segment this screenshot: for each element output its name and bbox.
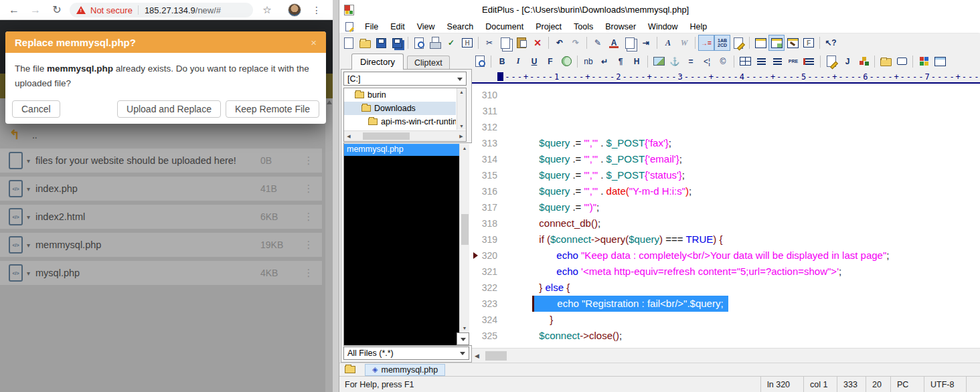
script-icon[interactable]	[824, 54, 839, 69]
chevron-down-icon[interactable]	[461, 338, 466, 341]
file-filter-select[interactable]: All Files (*.*)	[343, 347, 469, 360]
save-icon[interactable]	[374, 35, 388, 50]
chevron-down-icon[interactable]	[460, 352, 465, 355]
code-line[interactable]: 323 echo $footer;	[472, 296, 980, 312]
italic-icon[interactable]: I	[511, 54, 525, 69]
bold-icon[interactable]: B	[495, 54, 509, 69]
redacted-combo[interactable]	[344, 332, 457, 345]
tree-item-burin[interactable]: burin	[344, 88, 456, 102]
code-line[interactable]: 319 } else {	[472, 231, 980, 248]
not-secure-label[interactable]: Not secure	[90, 5, 133, 15]
redacted-combo-button[interactable]	[457, 332, 469, 345]
underline-icon[interactable]: U	[527, 54, 542, 69]
code-line[interactable]: 310 $query .= "','" . $_POST{'fax'};	[472, 87, 980, 103]
scroll-up-icon[interactable]: ▲	[457, 90, 466, 94]
copy-html-icon[interactable]	[623, 35, 637, 50]
paste-icon[interactable]	[514, 35, 529, 50]
kebab-menu-icon[interactable]: ⋮	[295, 211, 322, 223]
heading-icon[interactable]: H	[629, 54, 644, 69]
kebab-menu-icon[interactable]: ⋮	[295, 239, 322, 251]
code-line[interactable]: 321 }	[472, 264, 980, 280]
menu-edit[interactable]: Edit	[384, 22, 411, 31]
line-numbers-icon[interactable]: 1AB 2CD	[715, 35, 730, 50]
align-right-icon[interactable]	[770, 54, 785, 69]
cut-icon[interactable]: ✂	[482, 35, 497, 50]
code-line[interactable]: 316 if ($connect->query($query) === TRUE…	[472, 183, 980, 199]
frame-icon[interactable]	[932, 54, 947, 69]
url-host[interactable]: 185.27.134.9	[145, 5, 195, 15]
not-secure-warning-icon[interactable]	[76, 6, 86, 14]
objects-icon[interactable]	[856, 54, 871, 69]
drive-select[interactable]: [C:]	[343, 72, 467, 86]
span-tag-icon[interactable]	[894, 54, 909, 69]
table-icon[interactable]	[738, 54, 752, 69]
folder-tag-icon[interactable]	[878, 54, 893, 69]
word-wrap-icon[interactable]: W	[677, 35, 691, 50]
line-break-icon[interactable]: ↵	[597, 54, 612, 69]
code-editor[interactable]: 310 $query .= "','" . $_POST{'fax'}; 311…	[472, 84, 980, 348]
code-line[interactable]: 324 exit;	[472, 312, 980, 328]
function-list-icon[interactable]: F	[803, 38, 814, 47]
menu-help[interactable]: Help	[684, 22, 714, 31]
menu-tools[interactable]: Tools	[568, 22, 599, 31]
list-icon[interactable]	[802, 54, 817, 69]
print-preview-icon[interactable]	[412, 35, 426, 50]
profile-avatar[interactable]	[288, 3, 301, 17]
pre-icon[interactable]: PRE	[786, 54, 801, 69]
document-list-window-icon[interactable]	[753, 35, 768, 50]
kebab-menu-icon[interactable]: ⋮	[295, 155, 322, 167]
address-bar[interactable]: Not secure 185.27.134.9/new/#	[70, 3, 253, 17]
forward-icon[interactable]: →	[28, 3, 43, 17]
image-icon[interactable]	[651, 54, 666, 69]
font-tag-icon[interactable]: F	[543, 54, 558, 69]
chevron-down-icon[interactable]: ▾	[27, 157, 30, 165]
browser-menu-icon[interactable]: ⋮	[309, 3, 324, 17]
file-name[interactable]: index2.html	[35, 211, 258, 222]
text-color-icon[interactable]: A	[606, 35, 621, 50]
kebab-menu-icon[interactable]: ⋮	[295, 183, 322, 195]
chevron-down-icon[interactable]: ▾	[27, 270, 30, 277]
scroll-down-icon[interactable]: ▼	[460, 326, 469, 330]
chevron-down-icon[interactable]: ▾	[27, 213, 30, 221]
tab-directory[interactable]: Directory	[351, 54, 404, 70]
highlight-colors-icon[interactable]	[916, 54, 931, 69]
scroll-left-icon[interactable]: ◀	[346, 134, 351, 139]
tree-item-label[interactable]: Downloads	[374, 104, 416, 113]
scrollbar-thumb[interactable]	[363, 132, 410, 140]
print-icon[interactable]	[428, 35, 442, 50]
charset-icon[interactable]	[559, 54, 574, 69]
menu-document[interactable]: Document	[479, 22, 529, 31]
scroll-left-icon[interactable]: ◀	[475, 353, 479, 359]
open-icon[interactable]	[357, 35, 372, 50]
file-name[interactable]: index.php	[35, 183, 258, 194]
code-line[interactable]: 313 $query .= "','" . date("Y-m-d H:i:s"…	[472, 135, 980, 151]
back-icon[interactable]: ←	[7, 3, 21, 17]
file-name[interactable]: files for your website should be uploade…	[35, 155, 258, 166]
hr-icon[interactable]: =	[683, 54, 698, 69]
menu-view[interactable]: View	[411, 22, 441, 31]
menu-window[interactable]: Window	[642, 22, 683, 31]
comment-icon[interactable]: <¦	[700, 54, 714, 69]
code-line[interactable]: 325 }	[472, 328, 980, 344]
scroll-down-icon[interactable]: ▼	[457, 124, 466, 128]
code-line[interactable]: 322 $connect->close();	[472, 280, 980, 296]
save-all-icon[interactable]	[390, 35, 404, 50]
tree-vertical-scrollbar[interactable]: ▲ ▼	[457, 88, 466, 130]
code-line[interactable]: 315 connect_db();	[472, 167, 980, 183]
editor-horizontal-scrollbar[interactable]: ◀	[472, 348, 980, 363]
upload-and-replace-button[interactable]: Upload and Replace	[117, 100, 221, 118]
code-line[interactable]: 320 echo "Registration : fail<br/>".$que…	[472, 248, 980, 264]
auto-indent-icon[interactable]: ⇥	[639, 35, 653, 50]
file-name[interactable]: memmysql.php	[35, 239, 258, 250]
title-bar[interactable]: EditPlus - [C:\Users\burin\Downloads\mem…	[339, 0, 980, 20]
keep-remote-file-button[interactable]: Keep Remote File	[226, 100, 319, 118]
document-tab[interactable]: ◈ memmysql.php	[365, 364, 445, 376]
code-line[interactable]: 312 $query .= "','" . $_POST{'status'};	[472, 119, 980, 135]
selected-file-item[interactable]: memmysql.php	[344, 144, 459, 156]
tree-item-label[interactable]: burin	[368, 90, 386, 100]
browser-preview-icon[interactable]	[473, 54, 487, 69]
file-row[interactable]: ▾ index2.html 6KB ⋮	[0, 205, 322, 229]
menu-file[interactable]: File	[359, 22, 384, 31]
code-line[interactable]: 317 echo "Keep data : completely<br/>You…	[472, 199, 980, 215]
up-directory-label[interactable]: ..	[32, 130, 37, 140]
